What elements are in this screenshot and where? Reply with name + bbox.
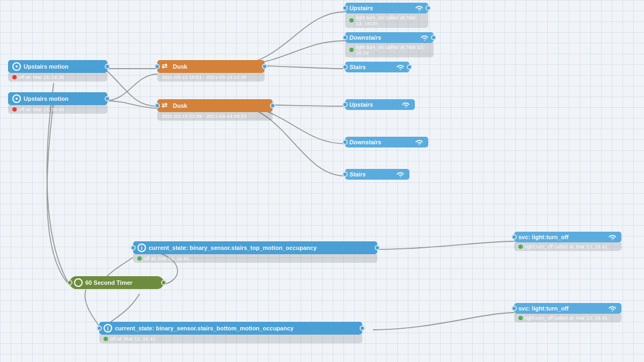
upstairs-light-2-node[interactable]: Upstairs xyxy=(345,99,415,110)
output-port[interactable] xyxy=(360,326,365,331)
status-dot-green xyxy=(349,48,354,52)
stairs-light-1-label: Stairs xyxy=(349,64,393,70)
input-port[interactable] xyxy=(97,326,102,331)
svc-turnoff-2-label: svc: light:turn_off xyxy=(518,305,605,312)
current-state-top-main: i current_state: binary_sensor.stairs_to… xyxy=(133,241,377,254)
current-state-bottom-label: current_state: binary_sensor.stairs_bott… xyxy=(115,325,358,331)
status-dot-red xyxy=(12,107,17,112)
svc-turnoff-2-node[interactable]: svc: light:turn_off light.turn_off calle… xyxy=(514,303,621,322)
wifi-icon xyxy=(420,34,429,41)
stairs-light-2-main: Stairs xyxy=(345,169,409,180)
input-port[interactable] xyxy=(511,234,517,240)
dusk-2-subtitle: 2021-03-13 22:29 - 2021-03-14 08:23 xyxy=(157,112,273,121)
current-state-bottom-status: off at: Mar 13, 16:41 xyxy=(99,335,362,343)
status-dot-green xyxy=(137,256,142,261)
current-state-top-label: current_state: binary_sensor.stairs_top_… xyxy=(149,245,373,251)
wifi-icon xyxy=(414,5,424,11)
dusk-1-node[interactable]: ⇄ Dusk 2021-03-13 18:01 - 2021-03-13 22:… xyxy=(157,60,265,82)
upstairs-light-1-label: Upstairs xyxy=(349,5,412,11)
upstairs-light-1-main: Upstairs xyxy=(345,3,428,13)
downstairs-light-2-label: Downstairs xyxy=(349,139,412,145)
status-dot-green xyxy=(518,245,523,249)
input-port[interactable] xyxy=(511,306,517,311)
dusk-2-main: ⇄ Dusk xyxy=(157,99,273,112)
timer-icon xyxy=(74,278,83,287)
timer-60-label: 60 Second Timer xyxy=(85,279,159,286)
output-port[interactable] xyxy=(431,35,436,40)
stairs-light-1-main: Stairs xyxy=(345,62,409,72)
timer-60-main: 60 Second Timer xyxy=(70,276,164,289)
upstairs-motion-2-node[interactable]: Upstairs motion off at: Mar 13, 16:40 xyxy=(8,92,107,114)
svc-turnoff-1-status: light.turn_off called at: Mar 13, 16:41 xyxy=(514,242,621,251)
dusk-2-node[interactable]: ⇄ Dusk 2021-03-13 22:29 - 2021-03-14 08:… xyxy=(157,99,273,121)
upstairs-light-2-label: Upstairs xyxy=(349,101,398,108)
status-dot-red xyxy=(12,75,17,79)
input-port[interactable] xyxy=(155,103,160,108)
upstairs-motion-1-node[interactable]: Upstairs motion off at: Mar 13, 16:36 xyxy=(8,60,107,82)
upstairs-motion-2-status: off at: Mar 13, 16:40 xyxy=(8,105,107,114)
output-port[interactable] xyxy=(161,280,166,285)
upstairs-motion-2-main: Upstairs motion xyxy=(8,92,107,105)
upstairs-motion-1-label: Upstairs motion xyxy=(24,63,103,70)
downstairs-light-1-main: Downstairs xyxy=(345,32,434,43)
wifi-icon xyxy=(396,171,405,178)
status-dot-green xyxy=(518,316,523,320)
wifi-icon xyxy=(608,305,617,312)
status-dot-green xyxy=(349,18,354,23)
input-port[interactable] xyxy=(342,172,348,177)
upstairs-light-1-node[interactable]: Upstairs light.turn_on called at: Mar 13… xyxy=(345,3,428,28)
output-port[interactable] xyxy=(105,64,110,69)
current-state-top-node[interactable]: i current_state: binary_sensor.stairs_to… xyxy=(133,241,377,263)
input-port[interactable] xyxy=(342,35,348,40)
svc-turnoff-1-label: svc: light:turn_off xyxy=(518,234,605,240)
upstairs-light-2-main: Upstairs xyxy=(345,99,415,110)
upstairs-motion-1-main: Upstairs motion xyxy=(8,60,107,73)
motion-icon xyxy=(12,94,21,103)
info-icon: i xyxy=(104,324,112,333)
downstairs-light-1-node[interactable]: Downstairs light.turn_on called at: Mar … xyxy=(345,32,434,57)
wifi-icon xyxy=(608,234,617,240)
upstairs-motion-2-label: Upstairs motion xyxy=(24,95,103,102)
svc-turnoff-1-main: svc: light:turn_off xyxy=(514,232,621,242)
switch-icon: ⇄ xyxy=(162,62,170,71)
dusk-1-label: Dusk xyxy=(173,63,260,70)
downstairs-light-2-node[interactable]: Downstairs xyxy=(345,137,428,147)
wifi-icon xyxy=(414,139,424,145)
stairs-light-2-label: Stairs xyxy=(349,171,393,178)
output-port[interactable] xyxy=(407,64,412,70)
dusk-2-label: Dusk xyxy=(173,102,268,109)
downstairs-light-1-status: light.turn_on called at: Mar 13, 16:29 xyxy=(345,43,434,57)
dusk-1-main: ⇄ Dusk xyxy=(157,60,265,73)
output-port[interactable] xyxy=(426,5,431,11)
upstairs-light-1-status: light.turn_on called at: Mar 13, 16:29 xyxy=(345,13,428,28)
input-port[interactable] xyxy=(130,245,136,250)
status-dot-green xyxy=(104,337,108,341)
input-port[interactable] xyxy=(342,102,348,107)
output-port[interactable] xyxy=(262,64,267,69)
downstairs-light-2-main: Downstairs xyxy=(345,137,428,147)
current-state-bottom-node[interactable]: i current_state: binary_sensor.stairs_bo… xyxy=(99,322,362,343)
svc-turnoff-2-main: svc: light:turn_off xyxy=(514,303,621,314)
info-icon: i xyxy=(137,243,146,252)
input-port[interactable] xyxy=(342,139,348,145)
motion-icon xyxy=(12,62,21,71)
input-port[interactable] xyxy=(342,64,348,70)
current-state-bottom-main: i current_state: binary_sensor.stairs_bo… xyxy=(99,322,362,335)
svc-turnoff-1-node[interactable]: svc: light:turn_off light.turn_off calle… xyxy=(514,232,621,251)
svc-turnoff-2-status: light.turn_off called at: Mar 13, 16:41 xyxy=(514,314,621,322)
current-state-top-status: off at: Mar 13, 16:41 xyxy=(133,254,377,263)
input-port[interactable] xyxy=(342,5,348,11)
downstairs-light-1-label: Downstairs xyxy=(349,34,417,41)
dusk-1-subtitle: 2021-03-13 18:01 - 2021-03-13 22:30 xyxy=(157,73,265,82)
output-port[interactable] xyxy=(105,96,110,101)
timer-60-node[interactable]: 60 Second Timer xyxy=(70,276,164,289)
wifi-icon xyxy=(396,64,405,70)
output-port[interactable] xyxy=(270,103,275,108)
wifi-icon xyxy=(401,101,411,108)
stairs-light-2-node[interactable]: Stairs xyxy=(345,169,409,180)
output-port[interactable] xyxy=(375,245,380,250)
stairs-light-1-node[interactable]: Stairs xyxy=(345,62,409,72)
input-port[interactable] xyxy=(67,280,72,285)
upstairs-motion-1-status: off at: Mar 13, 16:36 xyxy=(8,73,107,82)
input-port[interactable] xyxy=(155,64,160,69)
